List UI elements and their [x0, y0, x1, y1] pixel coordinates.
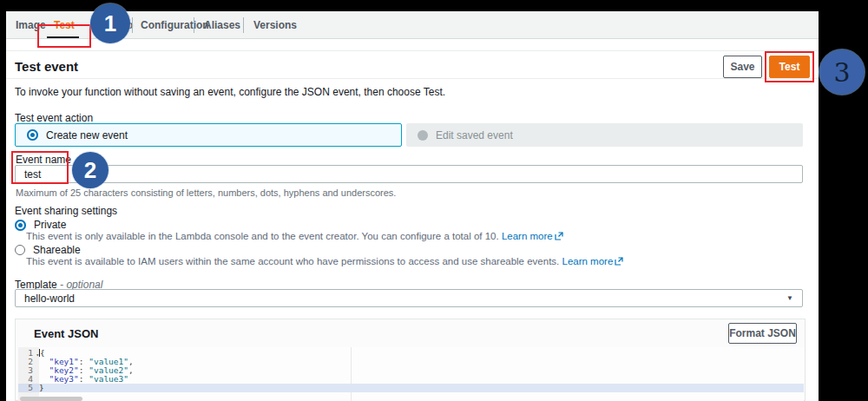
event-sharing-label: Event sharing settings — [15, 205, 117, 217]
tab-versions[interactable]: Versions — [253, 19, 297, 31]
format-json-button[interactable]: Format JSON — [728, 323, 797, 344]
external-link-icon — [615, 257, 623, 267]
shareable-description-text: This event is available to IAM users wit… — [26, 256, 559, 266]
tab-separator — [243, 17, 244, 33]
create-new-event-label: Create new event — [46, 129, 128, 141]
code-line: { — [39, 349, 804, 358]
test-button[interactable]: Test — [769, 56, 810, 78]
tab-test[interactable]: Test — [54, 19, 75, 31]
lambda-test-panel: Image Test o Configuration Aliases Versi… — [6, 11, 819, 401]
tab-image[interactable]: Image — [16, 19, 46, 31]
event-json-title: Event JSON — [34, 327, 98, 340]
code-line: "key3": "value3" — [39, 375, 804, 384]
edit-saved-event-label: Edit saved event — [436, 129, 513, 141]
tab-aliases[interactable]: Aliases — [204, 19, 240, 31]
radio-disabled-icon — [418, 130, 428, 141]
header-divider — [6, 78, 819, 79]
intro-text: To invoke your function without saving a… — [15, 86, 445, 98]
event-name-constraint: Maximum of 25 characters consisting of l… — [16, 187, 396, 198]
tab-separator — [194, 17, 194, 33]
card-border — [6, 50, 819, 51]
code-line: "key2": "value2", — [39, 366, 804, 375]
private-radio-row[interactable]: Private — [15, 219, 66, 231]
code-line: } — [39, 384, 804, 392]
test-event-action-label: Test event action — [15, 112, 93, 124]
active-tab-underline — [47, 36, 79, 38]
event-json-card: Event JSON Format JSON 1▾2345 { "key1": … — [15, 319, 806, 401]
radio-unselected-icon — [15, 245, 25, 255]
external-link-icon — [555, 232, 563, 242]
shareable-description: This event is available to IAM users wit… — [26, 256, 623, 267]
horizontal-scrollbar[interactable] — [20, 397, 82, 401]
event-name-input[interactable] — [15, 165, 803, 183]
template-selected-value: hello-world — [24, 293, 75, 305]
radio-selected-icon — [15, 220, 26, 231]
private-description-text: This event is only available in the Lamb… — [26, 231, 499, 241]
radio-selected-icon — [27, 129, 38, 141]
gutter-line-number: 5 — [18, 384, 39, 392]
annotation-step-1: 1 — [90, 3, 130, 43]
text-cursor — [39, 349, 40, 357]
private-label: Private — [34, 219, 66, 231]
annotation-step-2: 2 — [72, 152, 108, 188]
shareable-radio-row[interactable]: Shareable — [15, 244, 81, 256]
code-line: "key1": "value1", — [39, 358, 804, 366]
private-description: This event is only available in the Lamb… — [26, 231, 563, 242]
annotation-step-3: 3 — [819, 49, 865, 95]
learn-more-link[interactable]: Learn more — [562, 256, 614, 266]
save-button[interactable]: Save — [723, 56, 762, 78]
chevron-down-icon: ▼ — [786, 294, 793, 302]
page-title: Test event — [15, 59, 78, 74]
shareable-label: Shareable — [33, 244, 81, 256]
tab-separator — [132, 17, 133, 33]
editor-gutter: 1▾2345 — [18, 347, 39, 401]
edit-saved-event-option: Edit saved event — [406, 123, 803, 147]
learn-more-link[interactable]: Learn more — [502, 231, 553, 241]
tab-configuration[interactable]: Configuration — [141, 19, 209, 31]
event-name-label: Event name — [16, 154, 71, 166]
template-select[interactable]: hello-world ▼ — [15, 289, 803, 307]
create-new-event-option[interactable]: Create new event — [15, 123, 402, 147]
json-code-editor[interactable]: 1▾2345 { "key1": "value1", "key2": "valu… — [18, 347, 804, 401]
screenshot-frame: Image Test o Configuration Aliases Versi… — [0, 0, 868, 401]
